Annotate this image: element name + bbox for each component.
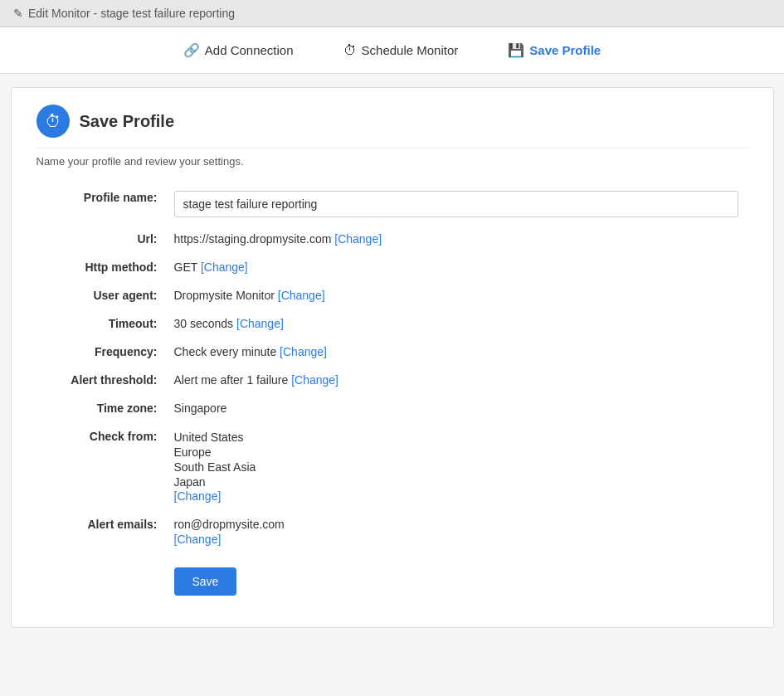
main-content: ⏱ Save Profile Name your profile and rev… [11,87,774,628]
check-from-change-link[interactable]: [Change] [174,489,222,503]
timezone-value-cell: Singapore [169,393,748,421]
nav-add-connection-label: Add Connection [205,43,294,57]
section-title: Save Profile [80,112,175,131]
nav-schedule-monitor[interactable]: ⏱ Schedule Monitor [319,28,484,73]
list-item: United States [174,430,743,445]
alert-threshold-value: Alert me after 1 failure [174,373,289,387]
alert-threshold-value-cell: Alert me after 1 failure [Change] [169,365,748,393]
timezone-label: Time zone: [37,393,169,421]
nav-bar: 🔗 Add Connection ⏱ Schedule Monitor 💾 Sa… [0,27,784,74]
alert-threshold-label: Alert threshold: [37,365,169,393]
profile-name-value-cell [169,183,748,224]
frequency-label: Frequency: [37,337,169,365]
section-icon: ⏱ [37,105,70,138]
timeout-row: Timeout: 30 seconds [Change] [37,309,748,337]
alert-emails-value: ron@dropmysite.com [174,518,743,531]
alert-emails-row: Alert emails: ron@dropmysite.com [Change… [37,509,748,552]
url-label: Url: [37,224,169,252]
timezone-value: Singapore [174,402,227,415]
frequency-value-cell: Check every minute [Change] [169,337,748,365]
url-row: Url: https://staging.dropmysite.com [Cha… [37,224,748,252]
clock-icon: ⏱ [343,43,357,58]
alert-emails-block: ron@dropmysite.com [Change] [174,518,743,546]
alert-threshold-change-link[interactable]: [Change] [291,373,338,387]
section-icon-symbol: ⏱ [45,112,61,131]
check-from-value-cell: United States Europe South East Asia Jap… [169,421,748,509]
url-change-link[interactable]: [Change] [334,232,382,246]
save-button-row: Save [37,552,748,602]
section-description: Name your profile and review your settin… [37,155,748,168]
profile-name-input[interactable] [174,191,738,217]
timeout-value: 30 seconds [174,317,234,330]
alert-threshold-row: Alert threshold: Alert me after 1 failur… [37,365,748,393]
page-title: Edit Monitor - stage test failure report… [28,7,235,20]
profile-name-row: Profile name: [37,183,748,224]
nav-save-profile[interactable]: 💾 Save Profile [483,27,626,73]
http-method-change-link[interactable]: [Change] [201,260,248,274]
user-agent-value: Dropmysite Monitor [174,289,275,302]
url-value: https://staging.dropmysite.com [174,232,332,246]
check-from-label: Check from: [37,421,169,509]
save-icon: 💾 [508,42,524,58]
user-agent-label: User agent: [37,280,169,309]
url-value-cell: https://staging.dropmysite.com [Change] [169,224,748,252]
http-method-label: Http method: [37,252,169,280]
user-agent-value-cell: Dropmysite Monitor [Change] [169,280,748,309]
nav-add-connection[interactable]: 🔗 Add Connection [158,27,319,73]
top-bar: ✎ Edit Monitor - stage test failure repo… [0,0,784,27]
link-icon: 🔗 [183,42,200,58]
list-item: Japan [174,475,743,489]
frequency-value: Check every minute [174,345,277,358]
form-table: Profile name: Url: https://staging.dropm… [37,183,748,602]
nav-schedule-monitor-label: Schedule Monitor [362,43,459,57]
frequency-change-link[interactable]: [Change] [280,345,327,358]
frequency-row: Frequency: Check every minute [Change] [37,337,748,365]
list-item: Europe [174,445,743,460]
section-header: ⏱ Save Profile [37,105,748,148]
http-method-row: Http method: GET [Change] [37,252,748,280]
timezone-row: Time zone: Singapore [37,393,748,421]
alert-emails-change-link[interactable]: [Change] [174,533,743,546]
alert-emails-value-cell: ron@dropmysite.com [Change] [169,509,748,552]
check-from-list: United States Europe South East Asia Jap… [174,430,743,489]
timeout-label: Timeout: [37,309,169,337]
user-agent-change-link[interactable]: [Change] [278,289,325,302]
nav-save-profile-label: Save Profile [529,43,601,57]
alert-emails-label: Alert emails: [37,509,169,552]
check-from-row: Check from: United States Europe South E… [37,421,748,509]
http-method-value: GET [174,260,198,274]
timeout-value-cell: 30 seconds [Change] [169,309,748,337]
timeout-change-link[interactable]: [Change] [236,317,284,330]
edit-icon: ✎ [13,7,23,20]
save-button[interactable]: Save [174,567,237,596]
http-method-value-cell: GET [Change] [169,252,748,280]
top-bar-title: ✎ Edit Monitor - stage test failure repo… [13,7,235,20]
list-item: South East Asia [174,460,743,475]
profile-name-label: Profile name: [37,183,169,224]
user-agent-row: User agent: Dropmysite Monitor [Change] [37,280,748,309]
